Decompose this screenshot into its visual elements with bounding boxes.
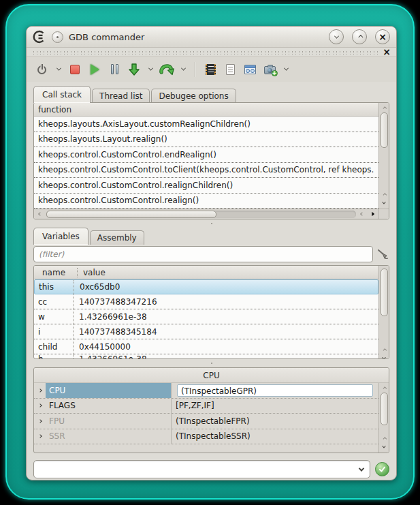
register-group-name: FLAGS [46,399,172,414]
restore-button[interactable] [352,29,367,44]
scroll-up-button[interactable] [380,191,388,199]
register-group-name: CPU [46,383,172,398]
expand-chevron-icon[interactable] [34,404,46,407]
step-into-dropdown-button[interactable] [146,62,155,77]
register-group-value: (TInspectableSSR) [172,431,378,441]
callstack-list: function kheops.layouts.AxisLayout.custo… [34,103,378,209]
callstack-row[interactable]: kheops.control.CustomControl.endRealign(… [34,147,378,163]
scrollbar-thumb[interactable] [381,269,388,316]
shade-button[interactable] [329,29,344,44]
command-bar [33,460,389,478]
clear-filter-broom-icon[interactable] [377,248,389,260]
callstack-row[interactable]: kheops.control.CustomControl.toClient(kh… [34,163,378,179]
scroll-down-button[interactable] [380,199,388,207]
chevron-up-icon [383,193,387,197]
tab-thread-list[interactable]: Thread list [92,89,150,103]
step-into-icon [127,63,141,76]
expand-chevron-icon[interactable] [34,435,46,438]
step-over-dropdown-button[interactable] [179,62,187,77]
send-command-button[interactable] [375,462,389,476]
run-button[interactable] [87,62,102,77]
scroll-up-button[interactable] [380,435,388,443]
horizontal-splitter[interactable] [27,359,396,367]
pin-button[interactable] [52,31,63,43]
dock-handle-strip[interactable]: × [27,48,396,57]
variable-row[interactable]: w 1.43266961e-38 [34,309,378,324]
scroll-right-button[interactable] [368,210,376,218]
scroll-left-button[interactable] [358,210,366,218]
callstack-row[interactable]: kheops.control.CustomControl.realign() [34,194,378,209]
gdb-command-combobox[interactable] [33,460,370,478]
scroll-down-button[interactable] [380,354,388,359]
variables-vertical-scrollbar[interactable] [378,266,389,359]
close-button[interactable]: × [375,29,390,44]
variable-value: 1.43266961e-38 [74,312,378,322]
scrollbar-thumb[interactable] [381,112,388,148]
pause-button[interactable] [107,62,122,77]
dock-grip-texture[interactable] [32,50,378,55]
output-log-button[interactable] [223,62,238,77]
scrollbar-thumb[interactable] [381,393,388,425]
pin-dot-icon [56,36,59,38]
callstack-row[interactable]: kheops.control.CustomControl.realignChil… [34,178,378,194]
command-input[interactable] [34,461,353,478]
step-into-button[interactable] [127,62,142,77]
add-watch-dropdown-button[interactable] [282,62,290,77]
variable-name: i [34,324,74,339]
filter-row [33,245,389,262]
scrollbar-track[interactable] [46,211,356,218]
cpu-inspector-button[interactable] [203,62,218,77]
step-over-button[interactable] [159,62,174,77]
gdb-commander-window: GDB commander × × [26,26,397,480]
scroll-up-button[interactable] [380,346,388,354]
tab-call-stack[interactable]: Call stack [33,86,91,103]
expand-chevron-icon[interactable] [34,420,46,423]
run-icon [91,64,99,75]
variable-row[interactable]: h 1.43266961e-38 [34,354,378,359]
window-title: GDB commander [69,32,321,42]
tab-variables[interactable]: Variables [33,228,88,245]
chevron-right-icon [370,212,374,216]
cpu-register-row[interactable]: SSR (TInspectableSSR) [34,429,378,445]
add-watch-button[interactable]: + [262,62,277,77]
scroll-up-button[interactable] [380,104,388,112]
scroll-up-button[interactable] [380,384,388,393]
dock-close-icon[interactable]: × [383,47,391,57]
callstack-tabbar: Call stack Thread list Debugee options [27,82,396,102]
cpu-vertical-scrollbar[interactable] [378,383,389,453]
callstack-row[interactable]: kheops.layouts.Layout.realign() [34,132,378,148]
column-header-name[interactable]: name [38,268,78,277]
callstack-horizontal-scrollbar[interactable] [34,209,378,219]
callstack-row[interactable]: kheops.layouts.AxisLayout.customRealignC… [34,117,378,132]
variable-row[interactable]: cc 140737488347216 [34,294,378,309]
power-dropdown-button[interactable] [54,62,63,77]
scroll-down-button[interactable] [380,443,388,451]
scroll-left-button[interactable] [36,210,44,218]
filter-input[interactable] [33,246,373,262]
register-group-value-editor[interactable]: (TInspectableGPR) [177,384,373,397]
watch-window-button[interactable] [242,62,257,77]
expand-chevron-icon[interactable] [34,389,46,392]
pause-icon [111,64,118,74]
power-button[interactable] [35,62,50,77]
scrollbar-corner [378,209,389,219]
stop-button[interactable] [67,62,82,77]
tab-debugee-options[interactable]: Debugee options [151,89,236,103]
variable-row[interactable]: i 140737488345184 [34,324,378,339]
desktop-background: GDB commander × × [0,0,420,505]
power-icon [37,64,48,75]
titlebar[interactable]: GDB commander × [27,27,396,48]
tab-assembly[interactable]: Assembly [90,230,144,245]
scrollbar-thumb[interactable] [46,211,216,218]
cpu-register-row[interactable]: FLAGS [PF,ZF,IF] [34,399,378,414]
variable-row[interactable]: child 0x44150000 [34,339,378,354]
cpu-register-row[interactable]: CPU (TInspectableGPR) [34,383,378,399]
register-group-name: SSR [46,429,172,444]
callstack-column-header[interactable]: function [34,103,378,117]
callstack-vertical-scrollbar[interactable] [378,103,389,209]
combobox-dropdown-button[interactable] [353,468,370,472]
cpu-register-row[interactable]: FPU (TInspectableFPR) [34,414,378,429]
close-icon: × [378,32,387,42]
variable-row[interactable]: this 0xc65db0 [34,279,378,294]
column-header-value[interactable]: value [78,268,111,277]
